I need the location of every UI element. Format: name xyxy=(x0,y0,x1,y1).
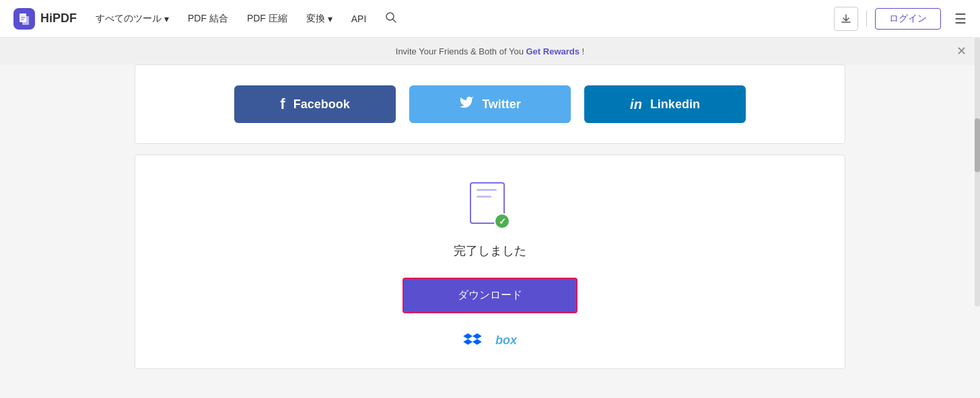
linkedin-icon: in xyxy=(630,97,642,112)
twitter-share-button[interactable]: Twitter xyxy=(409,85,571,123)
chevron-down-icon: ▾ xyxy=(164,13,169,24)
completion-status-text: 完了しました xyxy=(454,243,526,259)
twitter-icon xyxy=(459,95,474,114)
navbar-right: ログイン ☰ xyxy=(834,7,967,31)
nav-convert[interactable]: 変換 ▾ xyxy=(306,13,332,25)
nav-api[interactable]: API xyxy=(351,13,367,24)
banner-text: Invite Your Friends & Both of You Get Re… xyxy=(396,46,584,56)
scrollbar[interactable] xyxy=(975,38,980,307)
svg-point-2 xyxy=(386,13,394,20)
logo[interactable]: HiPDF xyxy=(13,8,77,30)
facebook-icon: f xyxy=(280,95,285,113)
dropbox-button[interactable] xyxy=(463,332,482,348)
logo-text: HiPDF xyxy=(40,11,77,26)
nav-pdf-compress[interactable]: PDF 圧縮 xyxy=(247,13,287,25)
nav-all-tools[interactable]: すべてのツール ▾ xyxy=(96,13,169,25)
login-button[interactable]: ログイン xyxy=(875,8,941,30)
navbar-left: HiPDF すべてのツール ▾ PDF 結合 PDF 圧縮 変換 ▾ API xyxy=(13,8,834,30)
navbar: HiPDF すべてのツール ▾ PDF 結合 PDF 圧縮 変換 ▾ API ロ xyxy=(0,0,980,38)
navbar-divider xyxy=(866,11,867,27)
completion-card: ✓ 完了しました ダウンロード box xyxy=(135,155,845,369)
main-content: f Facebook Twitter in Linkedin ✓ 完了しました … xyxy=(0,65,980,398)
check-badge-icon: ✓ xyxy=(494,213,510,229)
box-label: box xyxy=(495,333,517,348)
notification-banner: Invite Your Friends & Both of You Get Re… xyxy=(0,38,980,65)
hamburger-menu-icon[interactable]: ☰ xyxy=(954,11,967,27)
logo-icon xyxy=(13,8,35,30)
cloud-storage-options: box xyxy=(463,332,517,348)
rewards-link[interactable]: Get Rewards xyxy=(526,46,579,56)
box-button[interactable]: box xyxy=(495,333,517,348)
close-icon[interactable]: ✕ xyxy=(956,44,967,58)
scrollbar-thumb[interactable] xyxy=(975,118,980,172)
completion-icon: ✓ xyxy=(470,182,510,229)
search-icon[interactable] xyxy=(385,11,397,26)
facebook-share-button[interactable]: f Facebook xyxy=(234,85,396,123)
nav-pdf-merge[interactable]: PDF 結合 xyxy=(188,13,228,25)
chevron-down-icon: ▾ xyxy=(328,13,332,24)
linkedin-share-button[interactable]: in Linkedin xyxy=(584,85,746,123)
download-icon-button[interactable] xyxy=(834,7,858,31)
download-button[interactable]: ダウンロード xyxy=(403,278,578,313)
social-share-card: f Facebook Twitter in Linkedin xyxy=(135,65,845,144)
